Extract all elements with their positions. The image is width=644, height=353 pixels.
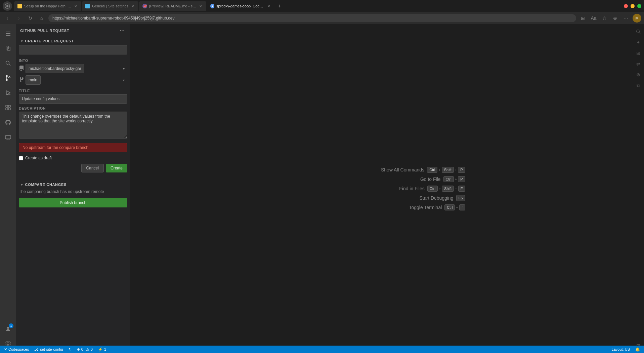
activity-icon-run[interactable] [1, 86, 15, 100]
status-branch[interactable]: ⎇ set-site-config [33, 347, 64, 352]
svg-point-10 [6, 79, 7, 81]
key-ctrl-3: Ctrl [427, 186, 438, 192]
command-row-show-all: Show All Commands Ctrl + Shift + P [297, 167, 465, 173]
svg-line-25 [639, 33, 640, 34]
tab-label-1: Setup on the Happy Path | Platen [24, 4, 71, 8]
show-all-commands-keys: Ctrl + Shift + P [427, 167, 465, 173]
create-pr-header[interactable]: ▼ CREATE PULL REQUEST [19, 37, 127, 45]
browser-chrome: Setup on the Happy Path | Platen ✕ Gener… [0, 0, 644, 24]
layout-label: Layout: US [612, 347, 630, 351]
status-bell[interactable]: 🔔 [634, 347, 641, 352]
address-bar[interactable]: https://michaeltlombardi-supreme-robot-6… [48, 14, 576, 22]
notifications-icon: ⚡ [98, 347, 103, 352]
browser-tab-1[interactable]: Setup on the Happy Path | Platen ✕ [14, 1, 81, 11]
draft-checkbox[interactable] [19, 156, 23, 160]
description-section: DESCRIPTION This change overrides the de… [19, 106, 127, 140]
status-layout[interactable]: Layout: US [610, 347, 631, 351]
read-mode-button[interactable]: Aa [589, 13, 598, 23]
sidebar-title: GITHUB PULL REQUEST [20, 29, 70, 33]
compare-changes-header[interactable]: ▼ COMPARE CHANGES [19, 181, 127, 189]
tab-favicon-2 [85, 4, 90, 8]
codespaces-label: Codespaces [8, 347, 29, 351]
tab-close-1[interactable]: ✕ [73, 4, 78, 8]
right-icon-search[interactable] [634, 27, 643, 36]
status-codespaces[interactable]: ✕ Codespaces [3, 347, 30, 352]
window-maximize[interactable] [637, 4, 641, 8]
settings-button[interactable]: ⋯ [621, 13, 631, 23]
activity-icon-extensions[interactable] [1, 101, 15, 114]
window-close[interactable] [624, 4, 628, 8]
branch-icon [19, 77, 24, 83]
activity-bar: 1 [0, 24, 16, 353]
status-sync[interactable]: ↻ [67, 347, 73, 352]
activity-icon-account[interactable]: 1 [1, 322, 15, 336]
right-icon-extensions[interactable]: ⊗ [634, 70, 643, 79]
draft-label[interactable]: Create as draft [25, 156, 52, 160]
key-backtick: ` [459, 204, 465, 210]
create-button[interactable]: Create [106, 164, 127, 172]
window-minimize[interactable] [631, 4, 635, 8]
repo-select[interactable]: michaeltlombardi/sprocky-gar [26, 64, 84, 73]
right-icon-layout[interactable]: ⊞ [634, 48, 643, 58]
right-icon-puzzle[interactable]: ⧉ [634, 81, 643, 90]
right-icon-remote[interactable]: ⇄ [634, 59, 643, 69]
bell-icon: 🔔 [635, 347, 640, 352]
tab-close-2[interactable]: ✕ [130, 4, 135, 8]
home-button[interactable]: ⌂ [37, 13, 46, 23]
tab-label-4: sprocky-games-coop [Codespac... [216, 4, 265, 8]
pr-search-input[interactable] [19, 45, 127, 54]
sidebar-more-button[interactable]: ··· [119, 27, 126, 34]
forward-button[interactable]: › [14, 13, 24, 23]
notifications-count: 1 [104, 347, 106, 351]
compare-chevron: ▼ [20, 183, 24, 187]
back-button[interactable]: ‹ [3, 13, 12, 23]
user-avatar[interactable]: M [633, 14, 641, 23]
status-errors[interactable]: ⊗ 0 ⚠ 0 [76, 347, 94, 352]
warnings-count: 0 [91, 347, 93, 351]
branch-label: set-site-config [40, 347, 63, 351]
status-right: Layout: US 🔔 [610, 347, 641, 352]
browser-tab-2[interactable]: General | Site settings ✕ [82, 1, 138, 11]
tab-label-2: General | Site settings [92, 4, 128, 8]
activity-icon-search[interactable] [1, 56, 15, 70]
cancel-button[interactable]: Cancel [81, 164, 104, 172]
compare-info: The comparing branch has no upstream rem… [19, 189, 127, 195]
main-content: Show All Commands Ctrl + Shift + P Go to… [130, 24, 632, 353]
right-icon-star[interactable]: ✦ [634, 38, 643, 47]
activity-icon-github[interactable] [1, 116, 15, 129]
command-row-find-in-files: Find in Files Ctrl + Shift + F [297, 186, 465, 192]
tab-bar: Setup on the Happy Path | Platen ✕ Gener… [0, 0, 644, 12]
activity-icon-source-control[interactable] [1, 71, 15, 85]
favorites-button[interactable]: ☆ [600, 13, 609, 23]
description-textarea[interactable]: This change overrides the default values… [19, 112, 127, 139]
tab-close-3[interactable]: ✕ [198, 4, 203, 8]
activity-icon-remote[interactable] [1, 130, 15, 144]
status-notifications[interactable]: ⚡ 1 [97, 347, 108, 352]
extensions-button[interactable]: ⊞ [578, 13, 588, 23]
publish-branch-button[interactable]: Publish branch [19, 198, 127, 207]
codespaces-icon: ✕ [4, 347, 7, 352]
browser-tab-3[interactable]: 🐙 [Preview] README.md - sprocky ✕ [139, 1, 206, 11]
key-shift-3: Shift [442, 186, 454, 192]
into-section: INTO michaeltlombardi/sprocky-gar [19, 58, 127, 85]
key-p-1: P [458, 167, 465, 173]
account-badge: 1 [9, 323, 13, 328]
reload-button[interactable]: ↻ [26, 13, 35, 23]
branch-icon-status: ⎇ [34, 347, 39, 352]
go-to-file-keys: Ctrl + P [443, 176, 465, 182]
new-tab-button[interactable]: + [275, 1, 284, 11]
branch-select-wrapper: main [19, 75, 127, 85]
create-pr-label: CREATE PULL REQUEST [25, 39, 74, 43]
welcome-container: Show All Commands Ctrl + Shift + P Go to… [297, 167, 465, 210]
right-sidebar: ✦ ⊞ ⇄ ⊗ ⧉ ⊞ [632, 24, 644, 353]
browser-tab-4[interactable]: ● sprocky-games-coop [Codespac... ✕ [207, 1, 274, 11]
collections-button[interactable]: ⊕ [610, 13, 620, 23]
svg-rect-19 [5, 135, 11, 139]
address-text: https://michaeltlombardi-supreme-robot-6… [52, 16, 175, 21]
activity-icon-explorer[interactable] [1, 42, 15, 55]
tab-close-4[interactable]: ✕ [267, 4, 271, 8]
activity-icon-menu[interactable] [1, 27, 15, 40]
title-input[interactable] [19, 94, 127, 104]
branch-select[interactable]: main [26, 75, 41, 85]
key-ctrl-5: Ctrl [444, 204, 455, 210]
